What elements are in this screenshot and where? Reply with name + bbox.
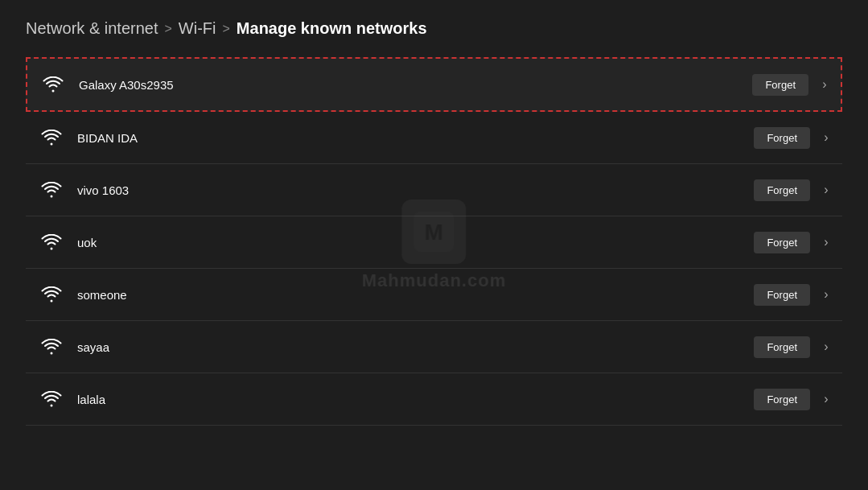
breadcrumb-wifi[interactable]: Wi-Fi (179, 19, 216, 38)
network-row-2[interactable]: vivo 1603 Forget › (26, 164, 842, 216)
breadcrumb: Network & internet > Wi-Fi > Manage know… (26, 19, 842, 38)
breadcrumb-separator-2: > (223, 22, 230, 36)
network-row-3[interactable]: uok Forget › (26, 216, 842, 269)
network-name-5: sayaa (77, 340, 754, 354)
network-row-1[interactable]: BIDAN IDA Forget › (26, 112, 842, 164)
wifi-icon-6 (39, 386, 64, 412)
network-name-1: BIDAN IDA (77, 131, 754, 145)
breadcrumb-manage-networks: Manage known networks (237, 19, 427, 38)
forget-button-3[interactable]: Forget (754, 232, 810, 253)
forget-button-2[interactable]: Forget (754, 179, 810, 201)
forget-button-0[interactable]: Forget (752, 74, 808, 96)
networks-list: Galaxy A30s2935 Forget › BIDAN IDA Forge… (26, 57, 842, 471)
forget-button-1[interactable]: Forget (754, 127, 810, 149)
network-name-2: vivo 1603 (77, 183, 754, 197)
breadcrumb-separator-1: > (165, 22, 172, 36)
wifi-icon-5 (39, 334, 64, 360)
network-row-4[interactable]: someone Forget › (26, 269, 842, 321)
network-name-4: someone (77, 288, 754, 302)
chevron-icon-2[interactable]: › (817, 180, 836, 200)
wifi-icon-1 (39, 125, 64, 150)
forget-button-6[interactable]: Forget (754, 389, 810, 410)
breadcrumb-network-internet[interactable]: Network & internet (26, 19, 158, 38)
network-name-0: Galaxy A30s2935 (79, 78, 752, 92)
forget-button-4[interactable]: Forget (754, 284, 810, 306)
chevron-icon-6[interactable]: › (817, 389, 836, 409)
forget-button-5[interactable]: Forget (754, 336, 810, 358)
network-name-6: lalala (77, 393, 754, 406)
wifi-icon-2 (39, 177, 64, 203)
wifi-icon-4 (39, 282, 64, 307)
wifi-icon-3 (39, 229, 64, 255)
chevron-icon-0[interactable]: › (815, 75, 834, 94)
network-row-5[interactable]: sayaa Forget › (26, 321, 842, 373)
network-row-0[interactable]: Galaxy A30s2935 Forget › (26, 57, 842, 112)
network-name-3: uok (77, 236, 754, 249)
page-container: Network & internet > Wi-Fi > Manage know… (0, 0, 868, 490)
chevron-icon-3[interactable]: › (817, 233, 836, 252)
network-row-6[interactable]: lalala Forget › (26, 373, 842, 426)
chevron-icon-5[interactable]: › (817, 337, 836, 356)
chevron-icon-4[interactable]: › (817, 285, 836, 304)
chevron-icon-1[interactable]: › (817, 128, 836, 147)
wifi-icon-0 (40, 72, 66, 97)
